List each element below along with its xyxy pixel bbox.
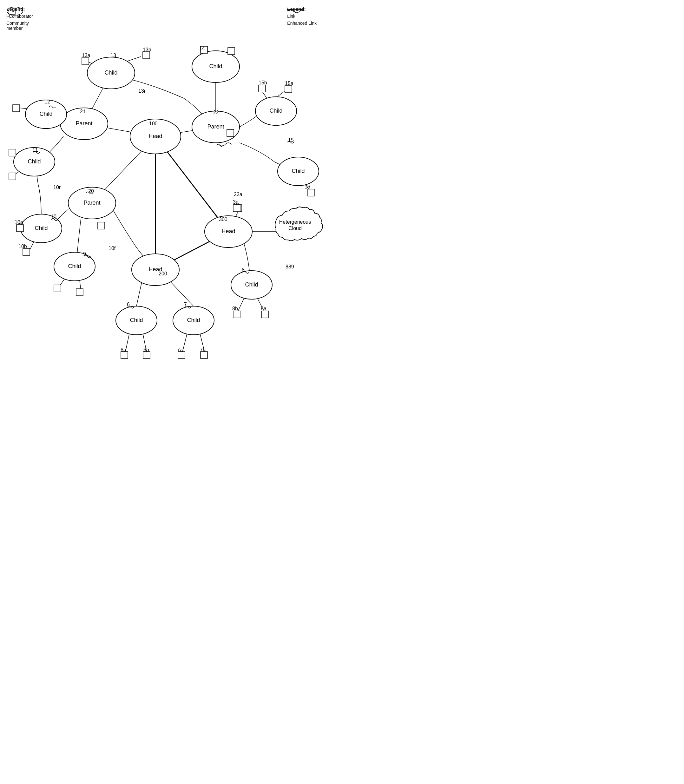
diagram-svg: text { font-family: Arial, sans-serif; f…: [0, 0, 342, 392]
cloud-label-line1: Hetergeneous: [279, 219, 311, 225]
label-6b: 6b: [144, 347, 149, 353]
child14-label: Child: [209, 63, 222, 69]
label-15: 15: [288, 137, 294, 143]
child12-label: Child: [39, 111, 52, 117]
child13-label: Child: [104, 69, 118, 76]
child8-label: Child: [245, 281, 258, 288]
svg-rect-64: [23, 248, 30, 255]
label-6a: 6a: [121, 347, 126, 353]
label-9: 9: [83, 251, 86, 256]
label-22a: 22a: [234, 192, 242, 197]
svg-rect-73: [178, 352, 185, 358]
parent22-label: Parent: [207, 123, 224, 130]
svg-line-30: [182, 333, 187, 352]
label-20: 20: [88, 189, 94, 194]
svg-rect-59: [308, 189, 315, 196]
label-10f: 10f: [108, 245, 116, 251]
cloud-label-line2: Cloud: [289, 226, 302, 231]
svg-rect-62: [233, 205, 240, 211]
label-13: 13: [110, 53, 116, 58]
label-200: 200: [159, 271, 167, 276]
label-8b: 8b: [232, 306, 238, 311]
label-15b: 15b: [258, 80, 267, 85]
label-16: 16: [305, 184, 310, 189]
svg-rect-69: [54, 285, 61, 292]
svg-rect-68: [98, 222, 105, 229]
svg-rect-67: [13, 105, 20, 112]
svg-rect-70: [76, 289, 83, 296]
label-11: 11: [32, 147, 38, 153]
svg-rect-76: [233, 311, 240, 318]
parent21-label: Parent: [76, 120, 92, 127]
svg-rect-53: [82, 58, 89, 65]
child6-label: Child: [130, 317, 143, 323]
child16-label: Child: [292, 168, 305, 174]
diagram-container: Legend: i-Collaborator Communitymember L…: [0, 0, 342, 392]
svg-rect-54: [143, 52, 150, 59]
svg-rect-66: [9, 149, 16, 156]
label-14: 14: [199, 46, 205, 51]
child9-label: Child: [68, 263, 81, 269]
svg-rect-58: [258, 85, 266, 92]
head300-label: Head: [221, 228, 235, 234]
child15-label: Child: [269, 108, 282, 114]
label-13b: 13b: [143, 47, 151, 52]
svg-rect-71: [121, 352, 128, 358]
label-10: 10: [51, 214, 56, 219]
label-8: 8: [242, 267, 245, 273]
label-22: 22: [213, 110, 219, 115]
child10-label: Child: [35, 225, 48, 231]
svg-rect-72: [143, 352, 150, 358]
label-13r: 13r: [138, 88, 146, 94]
label-15a: 15a: [285, 81, 294, 86]
label-10b: 10b: [18, 244, 27, 249]
label-889: 889: [286, 264, 294, 269]
head100-label: Head: [148, 133, 162, 139]
svg-rect-65: [9, 173, 16, 180]
label-6: 6: [127, 302, 130, 307]
label-7b: 7b: [200, 347, 206, 353]
label-7: 7: [184, 302, 187, 307]
svg-rect-63: [16, 225, 24, 232]
svg-rect-74: [200, 352, 208, 358]
label-100: 100: [149, 121, 158, 126]
parent20-label: Parent: [84, 200, 100, 206]
svg-line-33: [237, 298, 244, 313]
label-10a: 10a: [15, 219, 23, 225]
label-13a: 13a: [82, 53, 90, 58]
label-300: 300: [219, 217, 227, 222]
label-21: 21: [80, 109, 86, 114]
svg-rect-56: [228, 48, 235, 55]
label-8a: 8a: [261, 306, 266, 311]
label-7a: 7a: [177, 347, 183, 353]
svg-rect-60: [227, 129, 234, 136]
label-3a: 3a: [233, 199, 239, 205]
child7-label: Child: [187, 317, 200, 323]
svg-rect-57: [285, 85, 292, 93]
child11-label: Child: [27, 158, 40, 165]
label-10r: 10r: [53, 185, 61, 190]
label-12: 12: [44, 99, 50, 104]
svg-rect-75: [261, 311, 268, 318]
